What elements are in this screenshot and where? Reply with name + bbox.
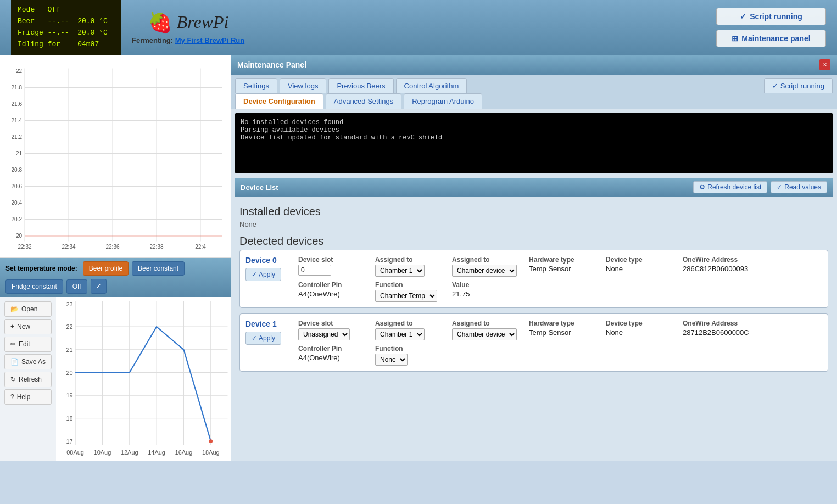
svg-text:12Aug: 12Aug <box>121 449 138 456</box>
svg-text:22: 22 <box>16 68 23 74</box>
device-card-1: Device 1 ✓ Apply Device slot Unassigned <box>239 313 828 372</box>
script-running-button[interactable]: ✓ Script running <box>716 8 826 25</box>
brewpi-logo: 🍓 BrewPi Fermenting: My First BrewPi Run <box>132 11 244 44</box>
edit-icon: ✏ <box>10 340 16 348</box>
tab-reprogram-arduino[interactable]: Reprogram Arduino <box>404 93 482 109</box>
svg-text:18Aug: 18Aug <box>202 449 220 456</box>
left-panel: 22 21.8 21.6 21.4 21.2 21 20.8 20.6 20.4… <box>0 55 231 461</box>
svg-text:22: 22 <box>66 324 73 331</box>
right-panel: Maintenance Panel × Settings View logs P… <box>231 55 837 461</box>
save-as-button[interactable]: 📄 Save As <box>4 354 52 369</box>
lcd-line-3: Fridge --.-- 20.0 °C <box>18 27 114 39</box>
device-1-onewire: OneWire Address 28712B2B0600000C <box>683 320 749 340</box>
edit-button[interactable]: ✏ Edit <box>4 337 52 352</box>
device-1-assigned-to2-select[interactable]: Chamber device <box>452 328 517 340</box>
tab-control-algorithm[interactable]: Control Algorithm <box>396 78 467 93</box>
menu-buttons: 📂 Open + New ✏ Edit 📄 Save As ↻ Refr <box>0 297 56 461</box>
console-line-1: No installed devices found <box>241 119 827 126</box>
brewpi-text: BrewPi <box>177 12 229 32</box>
device-1-assigned-to-select[interactable]: Chamber 1 <box>375 328 425 340</box>
device-list-buttons: ⚙ Refresh device list ✓ Read values <box>693 181 827 193</box>
device-0-controller-pin: Controller Pin A4(OneWire) <box>298 281 364 302</box>
lcd-line-4: Idling for 04m07 <box>18 39 114 51</box>
beer-profile-button[interactable]: Beer profile <box>83 261 129 276</box>
chart1-svg: 22 21.8 21.6 21.4 21.2 21 20.8 20.6 20.4… <box>5 60 225 252</box>
refresh-button[interactable]: ↻ Refresh <box>4 372 52 387</box>
left-menu: 📂 Open + New ✏ Edit 📄 Save As ↻ Refr <box>0 297 231 461</box>
svg-text:20.6: 20.6 <box>12 183 23 189</box>
save-icon: 📄 <box>10 358 19 366</box>
svg-text:21: 21 <box>66 346 73 353</box>
open-button[interactable]: 📂 Open <box>4 301 52 317</box>
check-icon-tab: ✓ <box>772 82 778 90</box>
tab-previous-beers[interactable]: Previous Beers <box>328 78 393 93</box>
checkmark-icon: ✓ <box>777 183 782 191</box>
svg-text:21.8: 21.8 <box>12 85 23 91</box>
refresh-icon: ⚙ <box>699 183 705 191</box>
read-values-button[interactable]: ✓ Read values <box>771 181 827 193</box>
device-1-controller-pin: Controller Pin A4(OneWire) <box>298 345 364 366</box>
apply-check-icon-1: ✓ <box>252 334 257 342</box>
lcd-line-1: Mode Off <box>18 4 114 16</box>
svg-text:20: 20 <box>66 369 73 376</box>
tab-settings[interactable]: Settings <box>235 78 277 93</box>
temp-mode-check-button[interactable]: ✓ <box>91 279 107 294</box>
tab-advanced-settings[interactable]: Advanced Settings <box>326 93 401 109</box>
svg-text:20.4: 20.4 <box>12 200 23 206</box>
off-button[interactable]: Off <box>66 279 87 294</box>
svg-text:20.8: 20.8 <box>12 167 23 173</box>
svg-text:14Aug: 14Aug <box>148 449 165 456</box>
device-card-0: Device 0 ✓ Apply Device slot Assigned to <box>239 250 828 308</box>
tabs-row-2: Device Configuration Advanced Settings R… <box>231 93 837 109</box>
refresh-icon: ↻ <box>10 376 16 383</box>
svg-text:19: 19 <box>66 393 73 399</box>
installed-devices-title: Installed devices <box>239 205 828 218</box>
lcd-display: Mode Off Beer --.-- 20.0 °C Fridge --.--… <box>11 0 121 56</box>
svg-text:23: 23 <box>66 301 73 307</box>
svg-text:16Aug: 16Aug <box>175 449 193 456</box>
device-0-onewire: OneWire Address 286C812B06000093 <box>683 256 749 277</box>
device-1-assigned-to2: Assigned to Chamber device <box>452 320 518 340</box>
device-0-assigned-to2: Assigned to Chamber device <box>452 256 518 277</box>
chart2-svg: 23 22 21 20 19 18 17 <box>56 297 231 461</box>
maintenance-panel-button[interactable]: ⊞ Maintenance panel <box>716 30 826 47</box>
device-0-slot-input[interactable] <box>298 265 331 276</box>
device-1-apply-button[interactable]: ✓ Apply <box>245 332 281 345</box>
svg-text:20.2: 20.2 <box>12 216 23 222</box>
new-button[interactable]: + New <box>4 319 52 334</box>
close-button[interactable]: × <box>819 59 830 70</box>
device-1-type: Device type None <box>606 320 672 340</box>
device-0-assigned-to2-select[interactable]: Chamber device <box>452 265 517 277</box>
device-1-function-select[interactable]: None <box>375 354 408 366</box>
svg-text:17: 17 <box>66 438 73 445</box>
device-1-slot-select[interactable]: Unassigned <box>298 328 350 340</box>
tab-script-running[interactable]: ✓ Script running <box>764 78 833 93</box>
lcd-line-2: Beer --.-- 20.0 °C <box>18 16 114 27</box>
device-0-value: Value 21.75 <box>452 281 518 302</box>
fermenting-link[interactable]: My First BrewPi Run <box>175 36 244 44</box>
device-1-function: Function None <box>375 345 441 366</box>
raspberry-icon: 🍓 <box>148 11 172 34</box>
fridge-constant-button[interactable]: Fridge constant <box>5 279 63 294</box>
device-0-name: Device 0 <box>245 256 289 265</box>
svg-text:21.4: 21.4 <box>12 117 23 124</box>
detected-devices-title: Detected devices <box>239 235 828 248</box>
tab-device-config[interactable]: Device Configuration <box>235 93 323 109</box>
tab-view-logs[interactable]: View logs <box>280 78 326 93</box>
help-button[interactable]: ? Help <box>4 389 52 405</box>
device-0-hw-type: Hardware type Temp Sensor <box>529 256 595 277</box>
device-0-function: Function Chamber Temp <box>375 281 441 302</box>
refresh-device-list-button[interactable]: ⚙ Refresh device list <box>693 181 767 193</box>
device-1-name: Device 1 <box>245 320 289 328</box>
device-1-hw-type: Hardware type Temp Sensor <box>529 320 595 340</box>
fermenting-label: Fermenting: My First BrewPi Run <box>132 36 244 44</box>
beer-constant-button[interactable]: Beer constant <box>132 261 185 276</box>
temp-mode-bar: Set temperature mode: Beer profile Beer … <box>0 258 231 297</box>
device-1-assigned-to: Assigned to Chamber 1 <box>375 320 441 340</box>
device-0-assigned-to-select[interactable]: Chamber 1 <box>375 265 425 277</box>
header: Mode Off Beer --.-- 20.0 °C Fridge --.--… <box>0 0 837 55</box>
apply-check-icon: ✓ <box>252 271 257 278</box>
device-0-function-select[interactable]: Chamber Temp <box>375 290 437 302</box>
device-0-apply-button[interactable]: ✓ Apply <box>245 268 281 281</box>
console-line-3: Device list updated for standard with a … <box>241 134 827 142</box>
